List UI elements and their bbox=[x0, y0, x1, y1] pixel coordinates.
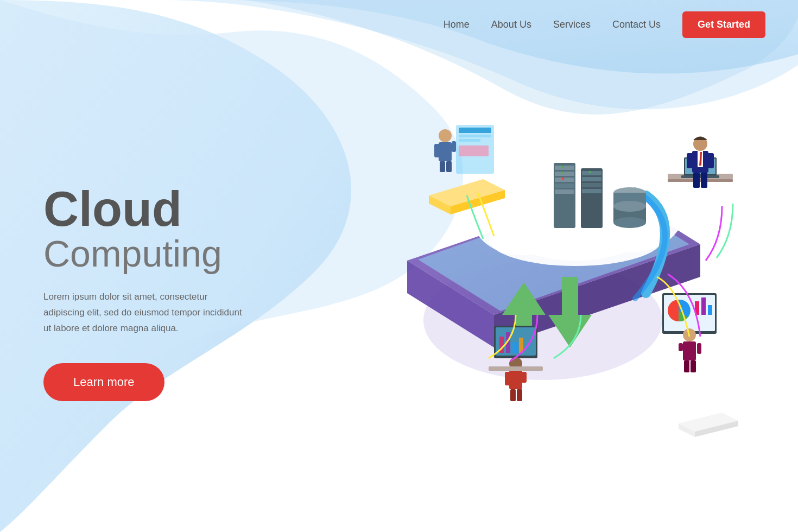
svg-rect-42 bbox=[434, 144, 440, 157]
hero-illustration bbox=[309, 33, 798, 532]
svg-rect-11 bbox=[555, 172, 574, 176]
svg-rect-53 bbox=[509, 370, 522, 389]
svg-rect-16 bbox=[562, 172, 564, 174]
navigation: Home About Us Services Contact Us Get St… bbox=[444, 11, 765, 38]
svg-rect-66 bbox=[683, 341, 696, 360]
svg-rect-17 bbox=[562, 178, 564, 180]
nav-home[interactable]: Home bbox=[444, 19, 470, 30]
svg-rect-75 bbox=[681, 175, 719, 178]
svg-rect-72 bbox=[668, 179, 733, 182]
svg-rect-20 bbox=[582, 177, 601, 181]
svg-rect-58 bbox=[489, 366, 543, 371]
svg-point-26 bbox=[613, 217, 646, 228]
hero-title-cloud: Cloud bbox=[43, 185, 250, 233]
svg-point-29 bbox=[613, 201, 646, 212]
svg-rect-19 bbox=[582, 171, 601, 175]
svg-rect-67 bbox=[697, 343, 701, 354]
svg-rect-83 bbox=[701, 173, 707, 188]
hero-content: Cloud Computing Lorem ipsum dolor sit am… bbox=[43, 185, 250, 401]
learn-more-button[interactable]: Learn more bbox=[43, 363, 164, 401]
nav-services[interactable]: Services bbox=[553, 19, 591, 30]
svg-rect-69 bbox=[684, 360, 689, 372]
svg-rect-64 bbox=[708, 305, 712, 315]
svg-rect-82 bbox=[693, 173, 700, 188]
svg-rect-43 bbox=[452, 141, 456, 152]
svg-rect-50 bbox=[512, 342, 517, 353]
svg-rect-39 bbox=[459, 145, 489, 156]
svg-rect-23 bbox=[589, 171, 591, 173]
svg-rect-57 bbox=[517, 389, 522, 401]
svg-rect-55 bbox=[521, 372, 527, 383]
svg-rect-41 bbox=[439, 142, 452, 161]
svg-rect-81 bbox=[707, 153, 714, 168]
svg-rect-21 bbox=[582, 183, 601, 187]
svg-rect-22 bbox=[582, 189, 601, 193]
svg-rect-12 bbox=[555, 178, 574, 182]
get-started-button[interactable]: Get Started bbox=[682, 11, 765, 38]
svg-rect-15 bbox=[562, 166, 564, 168]
svg-rect-44 bbox=[440, 161, 445, 172]
svg-rect-10 bbox=[555, 166, 574, 170]
svg-rect-14 bbox=[555, 189, 574, 194]
svg-point-40 bbox=[439, 129, 452, 142]
svg-rect-63 bbox=[701, 297, 706, 315]
svg-rect-45 bbox=[446, 161, 452, 172]
nav-contact[interactable]: Contact Us bbox=[612, 19, 661, 30]
nav-about[interactable]: About Us bbox=[491, 19, 531, 30]
hero-title-computing: Computing bbox=[43, 233, 250, 274]
svg-rect-37 bbox=[459, 135, 491, 137]
svg-rect-36 bbox=[459, 128, 491, 133]
hero-description: Lorem ipsum dolor sit amet, consectetur … bbox=[43, 289, 250, 337]
svg-rect-80 bbox=[687, 153, 693, 168]
svg-rect-38 bbox=[459, 139, 480, 142]
svg-rect-68 bbox=[679, 343, 683, 351]
svg-rect-56 bbox=[510, 389, 516, 401]
svg-rect-13 bbox=[555, 183, 574, 188]
svg-rect-54 bbox=[505, 372, 510, 385]
header: Home About Us Services Contact Us Get St… bbox=[0, 0, 798, 49]
svg-rect-70 bbox=[691, 360, 696, 372]
